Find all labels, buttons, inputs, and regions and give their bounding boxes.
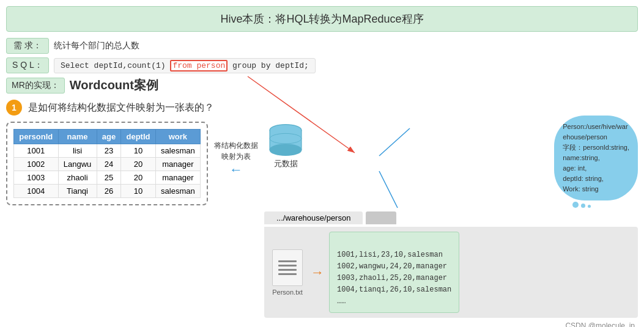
col-header-personid: personId — [14, 130, 59, 144]
table-cell-r1-c0: 1002 — [14, 158, 59, 171]
table-cell-r0-c3: 10 — [121, 144, 155, 158]
path-tabs: .../warehouse/person — [264, 211, 638, 224]
col-header-age: age — [97, 130, 121, 144]
table-cell-r3-c4: salesman — [155, 185, 200, 198]
diagram-area: 元数据 Person:/user/hive/warehouse/person字段… — [264, 122, 638, 327]
data-content-box: 1001,lisi,23,10,salesman 1002,wangwu,24,… — [329, 232, 459, 313]
bubble-dot-1 — [572, 202, 579, 208]
db-label: 元数据 — [274, 158, 298, 169]
main-container: Hive本质：将HQL转换为MapReduce程序 需 求： 统计每个部门的总人… — [0, 0, 644, 327]
info-rows: 需 求： 统计每个部门的总人数 S Q L： Select deptId,cou… — [6, 38, 638, 94]
table-cell-r3-c3: 10 — [121, 185, 155, 198]
table-container: personId name age deptId work 1001lisi23… — [6, 122, 208, 205]
table-cell-r3-c1: Tianqi — [58, 185, 97, 198]
question-number: 1 — [6, 100, 22, 116]
path-tab-warehouse: .../warehouse/person — [264, 211, 363, 224]
file-page — [272, 249, 303, 286]
table-cell-r0-c4: salesman — [155, 144, 200, 158]
sql-highlight: from person — [170, 60, 228, 72]
table-cell-r2-c3: 20 — [121, 171, 155, 185]
table-cell-r0-c1: lisi — [58, 144, 97, 158]
footer-labels: HDFS CSDN @molecule_jp — [264, 321, 638, 327]
bottom-section: personId name age deptId work 1001lisi23… — [6, 122, 638, 327]
svg-point-4 — [270, 144, 302, 155]
db-and-cloud: 元数据 Person:/user/hive/warehouse/person字段… — [264, 122, 638, 200]
data-table: personId name age deptId work 1001lisi23… — [13, 129, 201, 198]
table-row: 1004Tianqi2610salesman — [14, 185, 201, 198]
mr-label: MR的实现： — [6, 78, 65, 94]
file-name: Person.txt — [272, 288, 303, 296]
table-cell-r2-c2: 25 — [97, 171, 121, 185]
file-line-4 — [278, 273, 297, 275]
file-line-3 — [278, 269, 297, 271]
table-row: 1003zhaoli2520manager — [14, 171, 201, 185]
warehouse-body: Person.txt → 1001,lisi,23,10,salesman 10… — [264, 227, 638, 318]
requirement-text: 统计每个部门的总人数 — [54, 40, 139, 51]
question-text: 是如何将结构化数据文件映射为一张表的？ — [28, 101, 214, 114]
file-line-1 — [278, 260, 297, 262]
file-icon-section: Person.txt — [269, 249, 306, 296]
question-section: 1 是如何将结构化数据文件映射为一张表的？ — [6, 100, 638, 116]
data-content: 1001,lisi,23,10,salesman 1002,wangwu,24,… — [337, 251, 451, 306]
table-cell-r1-c1: Langwu — [58, 158, 97, 171]
cloud-content: Person:/user/hive/warehouse/person字段：per… — [563, 123, 629, 193]
title-text: Hive本质：将HQL转换为MapReduce程序 — [220, 13, 423, 25]
table-cell-r2-c0: 1003 — [14, 171, 59, 185]
table-cell-r3-c2: 26 — [97, 185, 121, 198]
left-arrow-icon: ← — [229, 162, 243, 178]
title-bar: Hive本质：将HQL转换为MapReduce程序 — [6, 6, 638, 32]
sql-prefix: Select deptId,count(1) — [61, 61, 170, 70]
mr-row: MR的实现： Wordcount案例 — [6, 77, 638, 94]
table-cell-r1-c3: 20 — [121, 158, 155, 171]
db-section: 元数据 — [264, 122, 307, 169]
col-header-name: name — [58, 130, 97, 144]
table-row: 1001lisi2310salesman — [14, 144, 201, 158]
table-cell-r1-c2: 24 — [97, 158, 121, 171]
table-cell-r2-c4: manager — [155, 171, 200, 185]
table-cell-r3-c0: 1004 — [14, 185, 59, 198]
bubble-tail — [572, 202, 591, 208]
col-header-work: work — [155, 130, 200, 144]
map-label: 将结构化数据映射为表 — [214, 140, 258, 162]
bubble-dot-3 — [588, 205, 591, 208]
warehouse-path-text: .../warehouse/person — [276, 213, 350, 222]
csdn-label: CSDN @molecule_jp — [565, 321, 635, 327]
table-cell-r1-c4: manager — [155, 158, 200, 171]
file-arrow-icon: → — [311, 265, 324, 281]
database-icon — [264, 122, 307, 158]
bubble-dot-2 — [581, 204, 585, 208]
table-row: 1002Langwu2420manager — [14, 158, 201, 171]
table-cell-r0-c0: 1001 — [14, 144, 59, 158]
thought-bubble: Person:/user/hive/warehouse/person字段：per… — [554, 116, 638, 200]
requirement-label: 需 求： — [6, 38, 49, 54]
sql-suffix: group by deptId; — [228, 61, 309, 70]
requirement-row: 需 求： 统计每个部门的总人数 — [6, 38, 638, 54]
col-header-deptid: deptId — [121, 130, 155, 144]
warehouse-section: .../warehouse/person Person.t — [264, 211, 638, 318]
cloud-section: Person:/user/hive/warehouse/person字段：per… — [554, 116, 638, 200]
wordcount-text: Wordcount案例 — [70, 77, 158, 94]
path-tab-2 — [366, 211, 396, 224]
map-arrow-section: 将结构化数据映射为表 ← — [214, 140, 258, 178]
file-line-2 — [278, 265, 297, 266]
sql-code: Select deptId,count(1) from person group… — [54, 58, 316, 73]
table-header-row: personId name age deptId work — [14, 130, 201, 144]
sql-label: S Q L： — [6, 57, 49, 73]
sql-row: S Q L： Select deptId,count(1) from perso… — [6, 57, 638, 73]
table-cell-r2-c1: zhaoli — [58, 171, 97, 185]
table-cell-r0-c2: 23 — [97, 144, 121, 158]
